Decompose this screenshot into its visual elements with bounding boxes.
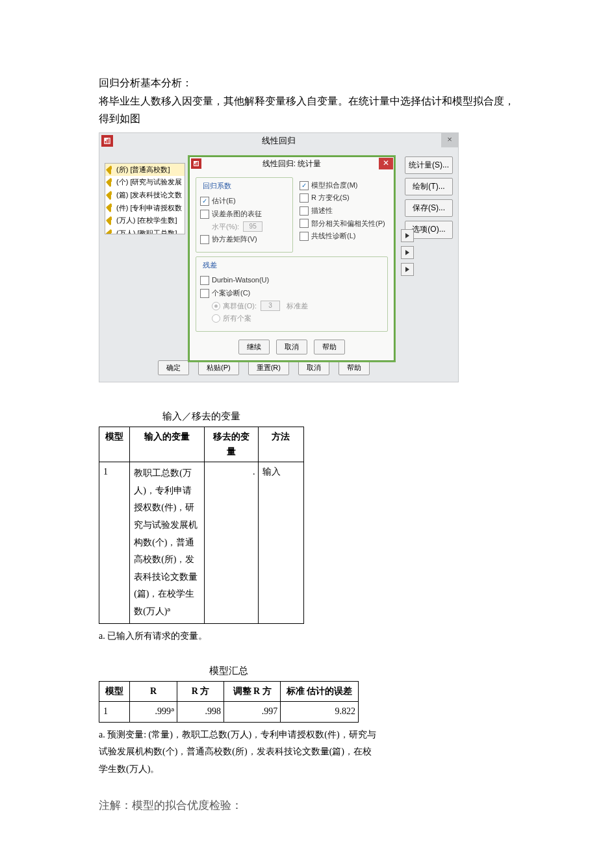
variable-item[interactable]: (件) [专利申请授权数 [105, 202, 185, 215]
pencil-icon [106, 216, 115, 225]
svg-rect-8 [194, 164, 196, 166]
model-summary-table: 模型 R R 方 调整 R 方 标准 估计的误差 1 .999ᵃ .998 .9… [99, 681, 359, 723]
level-input[interactable]: 95 [243, 221, 262, 232]
dialog-titlebar: 线性回归 × [99, 133, 458, 150]
svg-rect-9 [196, 162, 197, 166]
subdialog-button-row: 继续 取消 帮助 [196, 336, 388, 355]
subdialog-title: 线性回归: 统计量 [262, 158, 322, 170]
table-row: 1 .999ᵃ .998 .997 9.822 [99, 702, 359, 722]
close-icon[interactable]: ✕ [379, 158, 393, 169]
collinearity-checkbox[interactable]: 共线性诊断(L) [300, 230, 388, 242]
table1-h2: 输入的变量 [130, 427, 204, 462]
table2-h3: R 方 [177, 682, 224, 702]
table1-h1: 模型 [99, 427, 130, 462]
help-button[interactable]: 帮助 [339, 360, 370, 376]
durbin-checkbox[interactable]: Durbin-Watson(U) [200, 275, 383, 286]
side-button-group: 统计量(S)... 绘制(T)... 保存(S)... 选项(O)... [405, 156, 453, 239]
partial-checkbox[interactable]: 部分相关和偏相关性(P) [300, 218, 388, 230]
pencil-icon [106, 229, 115, 234]
variable-item[interactable]: (个) [研究与试验发展 [105, 176, 185, 189]
intro-text: 回归分析基本分析： 将毕业生人数移入因变量，其他解释变量移入自变量。在统计量中选… [99, 75, 517, 127]
svg-rect-3 [109, 138, 110, 143]
table2-h2: R [129, 682, 177, 702]
pencil-icon [106, 178, 115, 187]
r2-change-checkbox[interactable]: R 方变化(S) [300, 192, 388, 204]
pencil-icon [106, 203, 115, 212]
continue-button[interactable]: 继续 [238, 340, 270, 355]
allcases-radio: 所有个案 [200, 313, 383, 325]
svg-marker-5 [405, 250, 409, 255]
table2-h4: 调整 R 方 [224, 682, 281, 702]
paste-button[interactable]: 粘贴(P) [198, 360, 239, 376]
residual-group: 残差 Durbin-Watson(U) 个案诊断(C) 离群值(O): 3 标准… [196, 256, 388, 332]
help-button[interactable]: 帮助 [314, 340, 345, 355]
reset-button[interactable]: 重置(R) [248, 360, 289, 376]
table2-h5: 标准 估计的误差 [281, 682, 359, 702]
svg-rect-1 [105, 141, 106, 143]
pencil-icon [106, 166, 115, 175]
statistics-subdialog: 线性回归: 统计量 ✕ 回归系数 ✓估计(E) 误差条图的表 [188, 155, 396, 363]
plot-button[interactable]: 绘制(T)... [405, 178, 453, 195]
ok-button[interactable]: 确定 [158, 360, 189, 376]
variable-item[interactable]: (万人) [教职工总数] [105, 227, 185, 234]
entered-removed-table: 模型 输入的变量 移去的变量 方法 1 教职工总数(万人)，专利申请授权数(件)… [99, 427, 304, 623]
table1-h4: 方法 [258, 427, 303, 462]
table-row: 1 教职工总数(万人)，专利申请授权数(件)，研究与试验发展机构数(个)，普通高… [99, 462, 304, 623]
arrow-right-icon[interactable] [401, 246, 414, 259]
variable-item[interactable]: (万人) [在校学生数] [105, 214, 185, 227]
outlier-input[interactable]: 3 [261, 301, 280, 311]
move-arrows [401, 229, 414, 276]
regression-coef-group: 回归系数 ✓估计(E) 误差条图的表征 水平(%): 95 [196, 177, 293, 253]
variable-item[interactable]: (所) [普通高校数] [105, 164, 185, 177]
cancel-button[interactable]: 取消 [276, 340, 307, 355]
linear-regression-dialog: 线性回归 × (所) [普通高校数] (个) [研究与试验发展 (篇) [发表科… [99, 132, 459, 383]
table1-h3: 移去的变量 [204, 427, 258, 462]
group-title-regcoef: 回归系数 [201, 180, 233, 192]
svg-marker-4 [405, 233, 409, 238]
descriptives-checkbox[interactable]: 描述性 [300, 205, 388, 217]
table1-title: 输入／移去的变量 [99, 408, 304, 424]
app-icon [191, 158, 201, 169]
group-title-residual: 残差 [201, 260, 218, 271]
arrow-right-icon[interactable] [401, 229, 414, 242]
table2-h1: 模型 [99, 682, 130, 702]
table2-footnote: a. 预测变量: (常量)，教职工总数(万人)，专利申请授权数(件)，研究与试验… [99, 726, 378, 778]
estimate-checkbox[interactable]: ✓估计(E) [200, 195, 288, 207]
app-icon [101, 135, 113, 147]
pencil-icon [106, 191, 115, 200]
svg-marker-6 [405, 267, 409, 272]
intro-line-3: 得到如图 [99, 110, 517, 127]
save-button[interactable]: 保存(S)... [405, 199, 453, 217]
subdialog-titlebar: 线性回归: 统计量 ✕ [189, 156, 394, 172]
svg-rect-10 [197, 162, 198, 166]
outlier-radio: 离群值(O): 3 标准差 [200, 301, 383, 312]
intro-line-2: 将毕业生人数移入因变量，其他解释变量移入自变量。在统计量中选择估计和模型拟合度， [99, 93, 517, 110]
model-fit-checkbox[interactable]: ✓模型拟合度(M) [300, 180, 388, 192]
closing-note: 注解：模型的拟合优度检验： [99, 797, 517, 814]
table2-title: 模型汇总 [99, 663, 359, 678]
cancel-button[interactable]: 取消 [298, 360, 329, 376]
close-icon[interactable]: × [441, 133, 458, 147]
stats-button[interactable]: 统计量(S)... [405, 156, 453, 174]
arrow-right-icon[interactable] [401, 263, 414, 276]
source-variable-list[interactable]: (所) [普通高校数] (个) [研究与试验发展 (篇) [发表科技论文数 (件… [105, 163, 185, 234]
svg-rect-2 [107, 139, 108, 143]
intro-line-1: 回归分析基本分析： [99, 75, 517, 92]
level-input-row: 水平(%): 95 [200, 221, 288, 233]
casewise-checkbox[interactable]: 个案诊断(C) [200, 288, 383, 299]
cov-matrix-checkbox[interactable]: 协方差矩阵(V) [200, 234, 288, 245]
dialog-title: 线性回归 [262, 134, 296, 148]
table1-footnote: a. 已输入所有请求的变量。 [99, 628, 378, 645]
conf-int-checkbox[interactable]: 误差条图的表征 [200, 208, 288, 220]
variable-item[interactable]: (篇) [发表科技论文数 [105, 189, 185, 202]
